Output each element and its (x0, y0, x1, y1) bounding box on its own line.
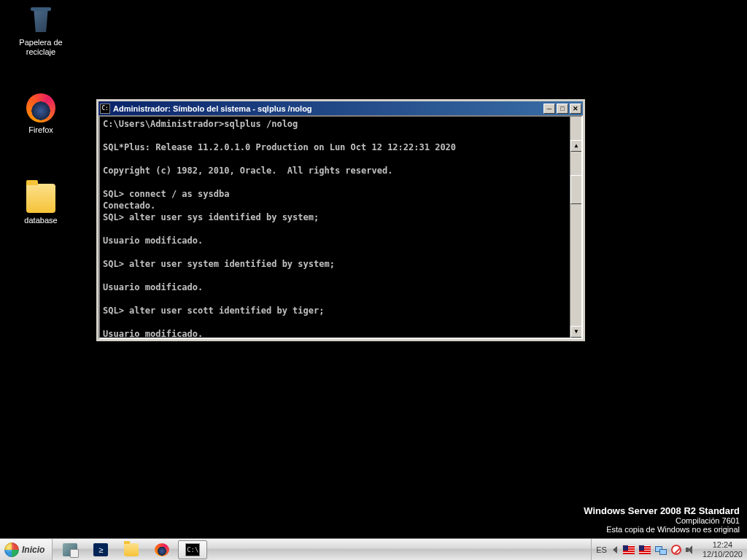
icon-label: database (13, 216, 69, 225)
taskbar-item-powershell[interactable]: ≥ (86, 540, 115, 559)
clock-time: 12:24 (703, 540, 743, 550)
cmd-icon: C:\ (185, 543, 200, 556)
flag-icon[interactable] (639, 545, 651, 554)
server-manager-icon (63, 543, 77, 556)
cmd-icon: C: (100, 104, 110, 114)
taskbar-item-cmd[interactable]: C:\ (178, 540, 207, 559)
firefox-icon (155, 543, 169, 556)
window-title: Administrador: Símbolo del sistema - sql… (113, 104, 543, 113)
explorer-icon (124, 543, 139, 556)
language-indicator[interactable]: ES (596, 545, 607, 554)
taskbar-item-explorer[interactable] (117, 540, 146, 559)
scroll-up-button[interactable]: ▲ (570, 140, 582, 152)
window-titlebar[interactable]: C: Administrador: Símbolo del sistema - … (98, 101, 583, 115)
maximize-button[interactable]: □ (557, 104, 568, 114)
tray-expand-icon[interactable] (613, 546, 617, 553)
warning-icon[interactable] (671, 545, 681, 555)
watermark-genuine: Esta copia de Windows no es original (584, 525, 740, 534)
action-center-icon[interactable] (623, 545, 635, 554)
sound-icon[interactable] (686, 545, 697, 555)
icon-label: Firefox (13, 125, 69, 135)
clock[interactable]: 12:24 12/10/2020 (703, 540, 743, 559)
terminal-content[interactable]: C:\Users\Administrador>sqlplus /nolog SQ… (98, 115, 583, 339)
windows-watermark: Windows Server 2008 R2 Standard Compilac… (584, 505, 740, 534)
firefox-icon (26, 93, 55, 122)
start-label: Inicio (22, 545, 44, 555)
scroll-thumb[interactable] (570, 175, 582, 204)
icon-label: Papelera dereciclaje (13, 38, 69, 57)
desktop-icon-firefox[interactable]: Firefox (13, 93, 69, 135)
scroll-down-button[interactable]: ▼ (570, 326, 582, 338)
taskbar: Inicio ≥ C:\ ES 12:24 12/10/2020 (0, 538, 747, 560)
terminal-text: C:\Users\Administrador>sqlplus /nolog SQ… (103, 119, 456, 339)
command-prompt-window[interactable]: C: Administrador: Símbolo del sistema - … (96, 99, 585, 341)
pinned-apps: ≥ C:\ (53, 539, 210, 560)
desktop-icon-recycle-bin[interactable]: Papelera dereciclaje (13, 6, 69, 57)
windows-orb-icon (4, 542, 19, 557)
watermark-edition: Windows Server 2008 R2 Standard (584, 505, 740, 516)
folder-icon (26, 184, 55, 213)
minimize-button[interactable]: ─ (543, 104, 555, 114)
network-icon[interactable] (655, 545, 667, 555)
watermark-build: Compilación 7601 (584, 516, 740, 525)
taskbar-item-server-manager[interactable] (55, 540, 85, 559)
recycle-bin-icon (26, 6, 55, 35)
scrollbar[interactable]: ▲ ▼ (570, 117, 581, 338)
start-button[interactable]: Inicio (0, 539, 53, 560)
close-button[interactable]: ✕ (570, 104, 581, 114)
taskbar-item-firefox[interactable] (147, 540, 177, 559)
system-tray: ES 12:24 12/10/2020 (591, 539, 747, 560)
desktop-icon-database-folder[interactable]: database (13, 184, 69, 225)
powershell-icon: ≥ (93, 543, 108, 556)
clock-date: 12/10/2020 (703, 550, 743, 559)
